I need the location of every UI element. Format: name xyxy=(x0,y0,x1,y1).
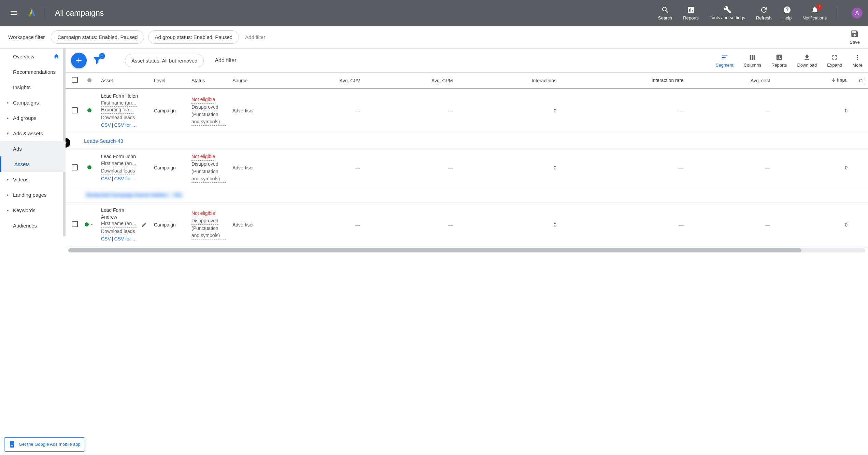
main-layout: OverviewRecommendationsInsightsCampaigns… xyxy=(0,49,868,455)
table-scroll-container[interactable]: Asset Level Status Source Avg. CPV Avg. … xyxy=(66,72,868,247)
col-avg-cost[interactable]: Avg. cost xyxy=(687,73,773,89)
campaign-group-row[interactable]: Redacted-Campaign-Name-Hidden-63| xyxy=(66,187,868,203)
status-not-eligible[interactable]: Not eligible xyxy=(191,96,215,104)
sidebar-item-keywords[interactable]: Keywords xyxy=(0,203,66,218)
mobile-app-promo[interactable]: Get the Google Ads mobile app xyxy=(4,437,85,452)
campaign-group-row[interactable]: Leads-Search-43 xyxy=(66,133,868,149)
status-indicator[interactable] xyxy=(85,222,94,227)
col-source[interactable]: Source xyxy=(229,73,273,89)
csv-link[interactable]: CSV xyxy=(101,122,111,128)
filter-chip-campaign-status[interactable]: Campaign status: Enabled, Paused xyxy=(51,30,144,44)
sidebar-item-label: Ads xyxy=(13,146,22,152)
sidebar-item-videos[interactable]: Videos xyxy=(0,172,66,187)
asset-detail[interactable]: First name (an… xyxy=(101,220,137,228)
sidebar-item-recommendations[interactable]: Recommendations xyxy=(0,64,66,80)
scrollbar-thumb[interactable] xyxy=(68,248,801,252)
status-not-eligible[interactable]: Not eligible xyxy=(191,153,215,161)
status-reason[interactable]: (Punctuation and symbols) xyxy=(191,111,226,126)
divider xyxy=(46,7,46,19)
row-checkbox[interactable] xyxy=(72,164,78,170)
sidebar-item-campaigns[interactable]: Campaigns xyxy=(0,95,66,110)
status-indicator[interactable] xyxy=(87,165,91,169)
horizontal-scrollbar[interactable] xyxy=(68,248,865,252)
filter-button[interactable]: 1 xyxy=(93,56,102,66)
reports-toolbar-button[interactable]: Reports xyxy=(771,54,787,68)
metric-interactions: 0 xyxy=(456,88,560,133)
hamburger-menu[interactable] xyxy=(5,5,22,21)
row-checkbox[interactable] xyxy=(72,107,78,113)
expand-button[interactable]: Expand xyxy=(827,54,842,68)
more-button[interactable]: More xyxy=(852,54,863,68)
sidebar-item-overview[interactable]: Overview xyxy=(0,49,66,64)
status-reason[interactable]: (Punctuation and symbols) xyxy=(191,225,226,239)
sidebar-item-insights[interactable]: Insights xyxy=(0,80,66,95)
col-level[interactable]: Level xyxy=(151,73,188,89)
source-cell: Advertiser xyxy=(229,88,273,133)
status-disapproved[interactable]: Disapproved xyxy=(191,161,218,168)
metric-int_rate: — xyxy=(560,149,687,187)
tools-settings-button[interactable]: Tools and settings xyxy=(710,5,745,20)
save-filter-button[interactable]: Save xyxy=(850,29,860,45)
user-avatar[interactable]: A xyxy=(852,8,863,18)
status-disapproved[interactable]: Disapproved xyxy=(191,104,218,111)
select-all-checkbox[interactable] xyxy=(72,77,78,83)
download-icon xyxy=(803,54,811,61)
filter-chip-adgroup-status[interactable]: Ad group status: Enabled, Paused xyxy=(148,30,239,44)
csv-for-link[interactable]: CSV for … xyxy=(114,176,137,181)
row-checkbox[interactable] xyxy=(72,221,78,227)
sidebar-item-audiences[interactable]: Audiences xyxy=(0,218,66,233)
columns-button[interactable]: Columns xyxy=(744,54,761,68)
asset-detail[interactable]: First name (an… xyxy=(101,100,137,107)
sidebar-item-ads[interactable]: Ads xyxy=(0,141,66,156)
toolbar-add-filter[interactable]: Add filter xyxy=(215,57,236,64)
col-status[interactable]: Status xyxy=(188,73,229,89)
google-ads-logo[interactable] xyxy=(27,8,37,18)
help-button[interactable]: Help xyxy=(782,6,792,20)
status-disapproved[interactable]: Disapproved xyxy=(191,217,218,225)
col-avg-cpm[interactable]: Avg. CPM xyxy=(364,73,456,89)
csv-for-link[interactable]: CSV for … xyxy=(114,122,137,128)
source-cell: Advertiser xyxy=(229,149,273,187)
col-interactions[interactable]: Interactions xyxy=(456,73,560,89)
sidebar-item-assets[interactable]: Assets xyxy=(0,156,66,172)
campaign-group-name: Leads-Search-43 xyxy=(84,138,123,144)
col-interaction-rate[interactable]: Interaction rate xyxy=(560,73,687,89)
csv-link[interactable]: CSV xyxy=(101,236,111,242)
select-all-header[interactable] xyxy=(66,73,81,89)
status-indicator[interactable] xyxy=(87,108,91,112)
sidebar-item-label: Overview xyxy=(13,54,34,59)
csv-for-link[interactable]: CSV for … xyxy=(114,236,137,242)
sidebar-item-landing-pages[interactable]: Landing pages xyxy=(0,187,66,203)
sidebar-item-label: Insights xyxy=(13,84,31,90)
table-header-row: Asset Level Status Source Avg. CPV Avg. … xyxy=(66,73,868,89)
asset-status-filter-chip[interactable]: Asset status: All but removed xyxy=(125,54,204,67)
asset-detail[interactable]: First name (an… xyxy=(101,160,137,167)
refresh-button[interactable]: Refresh xyxy=(756,6,772,20)
csv-link[interactable]: CSV xyxy=(101,176,111,181)
sidebar-item-label: Videos xyxy=(13,177,29,182)
notifications-button[interactable]: Notifications ! xyxy=(802,6,827,20)
col-asset[interactable]: Asset xyxy=(98,73,151,89)
status-reason[interactable]: (Punctuation and symbols) xyxy=(191,168,226,183)
add-asset-fab[interactable] xyxy=(71,53,87,68)
col-avg-cpv[interactable]: Avg. CPV xyxy=(273,73,364,89)
col-impr[interactable]: Impr. xyxy=(773,73,851,89)
add-filter-button[interactable]: Add filter xyxy=(245,34,265,40)
sort-indicator: Impr. xyxy=(831,77,848,83)
sidebar-item-ads-assets[interactable]: Ads & assets xyxy=(0,126,66,141)
edit-icon[interactable] xyxy=(141,222,147,228)
table-row: Lead Form AndrewFirst name (an…Download … xyxy=(66,203,868,247)
sidebar-item-label: Landing pages xyxy=(13,192,46,198)
status-dot-header[interactable] xyxy=(81,73,98,89)
download-button[interactable]: Download xyxy=(797,54,817,68)
asset-detail[interactable]: Exporting lea… xyxy=(101,107,134,114)
status-cell: Not eligibleDisapproved(Punctuation and … xyxy=(188,88,229,133)
asset-title: Lead Form Helen xyxy=(101,93,138,100)
status-not-eligible[interactable]: Not eligible xyxy=(191,210,215,217)
search-button[interactable]: Search xyxy=(658,6,672,20)
col-clicks[interactable]: Cli xyxy=(851,73,868,89)
reports-button[interactable]: Reports xyxy=(683,6,699,20)
segment-button[interactable]: Segment xyxy=(716,54,734,68)
more-vert-icon xyxy=(854,54,861,61)
sidebar-item-ad-groups[interactable]: Ad groups xyxy=(0,110,66,126)
